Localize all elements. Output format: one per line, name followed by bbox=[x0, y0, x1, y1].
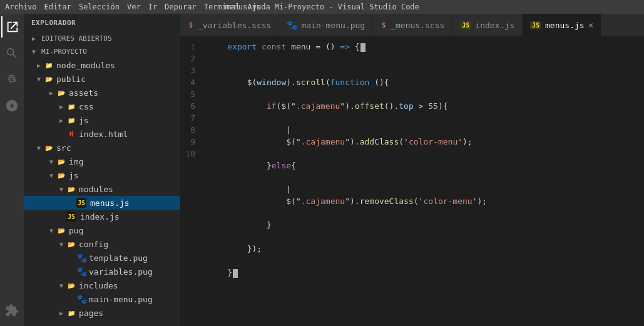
folder-open-icon: 📂 bbox=[44, 74, 54, 84]
chevron-down-icon: ▼ bbox=[56, 186, 66, 193]
mi-proyecto-section[interactable]: ▼ MI-PROYECTO bbox=[24, 45, 180, 58]
menu-ver[interactable]: Ver bbox=[127, 3, 141, 11]
main-area: EXPLORADOR ▶ EDITORES ABIERTOS ▼ MI-PROY… bbox=[0, 14, 644, 326]
tab-close-button[interactable]: × bbox=[588, 21, 593, 29]
assets-label: assets bbox=[69, 88, 98, 98]
src-js-label: js bbox=[69, 171, 79, 180]
chevron-right-icon: ▶ bbox=[56, 310, 66, 317]
tree-main-menu-pug[interactable]: ▶ 🐾 main-menu.pug bbox=[24, 292, 180, 306]
tree-includes[interactable]: ▼ 📂 includes bbox=[24, 278, 180, 292]
tree-assets[interactable]: ▶ 📂 assets bbox=[24, 86, 180, 99]
extensions-icon[interactable] bbox=[1, 300, 23, 321]
sidebar: EXPLORADOR ▶ EDITORES ABIERTOS ▼ MI-PROY… bbox=[24, 14, 180, 326]
editores-abiertos-section[interactable]: ▶ EDITORES ABIERTOS bbox=[24, 32, 180, 45]
scss-tab-icon2: S bbox=[381, 21, 387, 29]
menu-archivo[interactable]: Archivo bbox=[5, 3, 37, 11]
pug-icon: 🐾 bbox=[76, 253, 86, 263]
modules-label: modules bbox=[79, 185, 113, 194]
src-label: src bbox=[56, 143, 71, 153]
code-line-8: } bbox=[205, 219, 644, 231]
tree-pages[interactable]: ▶ 📁 pages bbox=[24, 306, 180, 320]
tree-index-html[interactable]: ▶ H index.html bbox=[24, 127, 180, 141]
tree-img[interactable]: ▼ 📂 img bbox=[24, 155, 180, 168]
pages-label: pages bbox=[79, 308, 103, 318]
scss-tab-icon: S bbox=[188, 21, 194, 29]
tab-variables-scss-label: _variables.scss bbox=[198, 21, 271, 30]
html-icon: H bbox=[66, 129, 76, 139]
tree-src[interactable]: ▼ 📂 src bbox=[24, 141, 180, 155]
tree-variables-pug[interactable]: ▶ 🐾 variables.pug bbox=[24, 265, 180, 278]
tree-public[interactable]: ▼ 📂 public bbox=[24, 72, 180, 86]
folder-icon: 📁 bbox=[44, 60, 54, 70]
folder-open-icon: 📂 bbox=[56, 156, 66, 166]
folder-icon: 📁 bbox=[66, 308, 76, 318]
tab-index-js-label: index.js bbox=[475, 21, 514, 30]
folder-icon: 📁 bbox=[66, 115, 76, 125]
pug-label: pug bbox=[69, 226, 83, 235]
tree-menus-js[interactable]: ▶ JS menus.js bbox=[24, 196, 180, 210]
chevron-right-icon: ▶ bbox=[29, 35, 39, 42]
menu-depurar[interactable]: Depurar bbox=[165, 3, 197, 11]
activity-bar bbox=[0, 14, 24, 326]
tree-node-modules[interactable]: ▶ 📁 node_modules bbox=[24, 58, 180, 72]
js-icon: JS bbox=[66, 211, 76, 222]
pug-tab-icon: 🐾 bbox=[287, 20, 297, 30]
editor-container: S _variables.scss 🐾 main-menu.pug S _men… bbox=[180, 14, 644, 326]
tab-menus-js[interactable]: JS menus.js × bbox=[523, 14, 601, 36]
sidebar-header: EXPLORADOR bbox=[24, 14, 180, 32]
variables-pug-label: variables.pug bbox=[89, 267, 153, 277]
tree-template-pug[interactable]: ▶ 🐾 template.pug bbox=[24, 251, 180, 265]
explorer-icon[interactable] bbox=[1, 16, 23, 38]
mi-proyecto-label: MI-PROYECTO bbox=[41, 48, 87, 56]
code-line-1: export const menu = () => { bbox=[205, 41, 644, 53]
tab-index-js[interactable]: JS index.js bbox=[452, 14, 523, 36]
chevron-down-icon: ▼ bbox=[46, 158, 56, 165]
chevron-right-icon: ▶ bbox=[34, 62, 44, 69]
tab-main-menu-pug-label: main-menu.pug bbox=[301, 21, 365, 30]
line-numbers: 1 2 3 4 5 6 7 8 9 10 bbox=[180, 36, 205, 326]
folder-open-icon: 📂 bbox=[56, 225, 66, 235]
tab-variables-scss[interactable]: S _variables.scss bbox=[180, 14, 279, 36]
tree-public-js[interactable]: ▶ 📁 js bbox=[24, 113, 180, 127]
code-editor[interactable]: 1 2 3 4 5 6 7 8 9 10 export const menu =… bbox=[180, 36, 644, 326]
window-title: menus.js - Mi-Proyecto - Visual Studio C… bbox=[225, 3, 419, 11]
code-line-3: $(window).scroll(function (){ bbox=[205, 76, 644, 88]
folder-open-icon: 📂 bbox=[56, 170, 66, 180]
includes-label: includes bbox=[79, 281, 118, 290]
chevron-right-icon: ▶ bbox=[56, 103, 66, 110]
tree-src-js[interactable]: ▼ 📂 js bbox=[24, 168, 180, 182]
tree-index-js[interactable]: ▶ JS index.js bbox=[24, 210, 180, 223]
tab-menus-scss[interactable]: S _menus.scss bbox=[373, 14, 452, 36]
chevron-down-icon: ▼ bbox=[46, 227, 56, 234]
js-tab-icon: JS bbox=[460, 21, 471, 29]
img-label: img bbox=[69, 157, 83, 166]
chevron-right-icon: ▶ bbox=[46, 89, 56, 96]
public-label: public bbox=[56, 74, 86, 84]
tree-config[interactable]: ▼ 📂 config bbox=[24, 237, 180, 251]
template-pug-label: template.pug bbox=[89, 253, 148, 263]
pug-icon: 🐾 bbox=[76, 267, 86, 277]
folder-icon: 📁 bbox=[66, 101, 76, 111]
editores-abiertos-label: EDITORES ABIERTOS bbox=[41, 34, 112, 43]
folder-open-icon: 📂 bbox=[66, 239, 76, 249]
config-label: config bbox=[79, 240, 108, 249]
code-content[interactable]: export const menu = () => { $(window).sc… bbox=[205, 36, 644, 326]
folder-icon: 📂 bbox=[56, 88, 66, 98]
search-icon[interactable] bbox=[1, 43, 23, 64]
menu-seleccion[interactable]: Selección bbox=[79, 3, 120, 11]
source-control-icon[interactable] bbox=[1, 69, 23, 90]
chevron-down-icon: ▼ bbox=[34, 145, 44, 151]
code-line-6: }else{ bbox=[205, 160, 644, 171]
js-tab-icon2: JS bbox=[530, 21, 541, 29]
tree-css[interactable]: ▶ 📁 css bbox=[24, 99, 180, 113]
chevron-down-icon: ▼ bbox=[46, 172, 56, 179]
code-line-5: | $(".cajamenu").addClass('color-menu'); bbox=[205, 124, 644, 148]
debug-icon[interactable] bbox=[1, 95, 23, 116]
menu-ir[interactable]: Ir bbox=[148, 3, 157, 11]
menu-editar[interactable]: Editar bbox=[44, 3, 71, 11]
index-js-label: index.js bbox=[80, 212, 120, 222]
tab-main-menu-pug[interactable]: 🐾 main-menu.pug bbox=[279, 14, 373, 36]
code-line-10: } bbox=[205, 267, 644, 278]
tree-pug[interactable]: ▼ 📂 pug bbox=[24, 223, 180, 237]
tree-modules[interactable]: ▼ 📂 modules bbox=[24, 182, 180, 196]
